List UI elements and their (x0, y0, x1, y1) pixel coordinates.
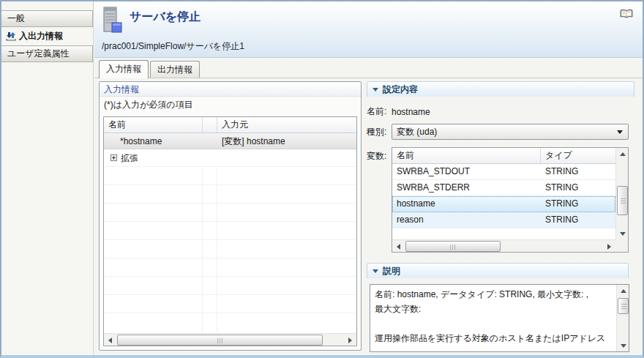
variables-label: 変数: (367, 147, 392, 163)
type-select[interactable]: 変数 (uda) (392, 124, 629, 140)
table-row-hostname[interactable]: *hostname [変数] hostname (104, 133, 356, 149)
var-row-swrba-stdout[interactable]: SWRBA_STDOUT STRING (392, 164, 615, 180)
empty-row (104, 295, 356, 313)
cell-name: 拡張 (121, 149, 138, 166)
desc-line: 名前: hostname, データタイプ: STRING, 最小文字数: , (375, 287, 614, 302)
variables-vscrollbar[interactable] (615, 148, 628, 239)
sidebar-item-label: ユーザ定義属性 (7, 48, 70, 59)
tab-label: 入力情報 (106, 64, 141, 74)
scroll-down-arrow-icon[interactable] (616, 228, 629, 239)
hscrollbar-thumb[interactable] (117, 335, 323, 346)
required-note: (*)は入力が必須の項目 (100, 97, 361, 113)
collapse-triangle-icon (372, 269, 378, 273)
empty-row (104, 240, 356, 258)
name-value: hostname (392, 107, 430, 117)
empty-row (104, 222, 356, 240)
var-row-swrba-stderr[interactable]: SWRBA_STDERR STRING (392, 180, 615, 196)
input-table-hscrollbar[interactable] (104, 333, 356, 346)
input-table-header: 名前 入力元 (104, 117, 356, 133)
tab-output-info[interactable]: 出力情報 (150, 61, 200, 78)
help-book-icon[interactable] (620, 9, 633, 19)
column-header-source[interactable]: 入力元 (217, 117, 356, 133)
settings-column: 設定内容 名前: hostname 種別: 変数 (uda) 変数: (367, 81, 634, 355)
column-header-spacer (203, 117, 217, 133)
page-title: サーバを停止 (130, 7, 201, 34)
main-area: サーバを停止 /prac001/SimpleFlow/サーバを停止1 入力情報 … (94, 1, 643, 355)
sidebar-item-label: 入出力情報 (19, 29, 63, 44)
var-column-type[interactable]: タイプ (541, 148, 615, 163)
server-icon (102, 7, 124, 34)
tab-label: 出力情報 (157, 64, 192, 75)
description-section-title: 説明 (383, 265, 400, 277)
description-box[interactable]: 名前: hostname, データタイプ: STRING, 最小文字数: , 最… (370, 284, 629, 352)
description-vscrollbar[interactable] (616, 285, 629, 351)
empty-row (104, 167, 356, 185)
scroll-left-arrow-icon[interactable] (392, 240, 405, 253)
sidebar: 一般 入出力情報 ユーザ定義属性 (1, 1, 94, 355)
sidebar-item-user-attrs[interactable]: ユーザ定義属性 (1, 45, 93, 62)
table-row-expand[interactable]: 拡張 (104, 149, 356, 167)
name-label: 名前: (367, 105, 392, 118)
tab-bar: 入力情報 出力情報 (94, 59, 643, 78)
var-column-name[interactable]: 名前 (392, 148, 541, 163)
var-row-reason[interactable]: reason STRING (392, 212, 615, 228)
desc-line (375, 316, 614, 331)
vscrollbar-thumb[interactable] (617, 186, 628, 215)
sidebar-item-general[interactable]: 一般 (1, 10, 93, 27)
scroll-left-arrow-icon[interactable] (104, 334, 116, 346)
properties-window: 一般 入出力情報 ユーザ定義属性 (0, 0, 644, 358)
scroll-up-arrow-icon[interactable] (616, 148, 629, 160)
empty-row (104, 258, 356, 277)
scrollbar-corner (615, 239, 628, 252)
settings-section-header[interactable]: 設定内容 (367, 81, 634, 97)
variables-table-header: 名前 タイプ (392, 148, 615, 164)
description-text: 名前: hostname, データタイプ: STRING, 最小文字数: , 最… (375, 287, 614, 350)
page-header: サーバを停止 /prac001/SimpleFlow/サーバを停止1 (94, 1, 643, 58)
empty-row (104, 277, 356, 295)
settings-section-title: 設定内容 (383, 83, 418, 96)
tab-input-info[interactable]: 入力情報 (99, 60, 149, 78)
variables-table: 名前 タイプ SWRBA_STDOUT STRING SWRBA_STDERR … (392, 147, 629, 253)
vscrollbar-thumb[interactable] (618, 298, 629, 314)
type-select-value: 変数 (uda) (397, 126, 437, 138)
scroll-down-arrow-icon[interactable] (617, 340, 629, 351)
desc-line: 最大文字数: (375, 302, 614, 316)
empty-row (104, 313, 356, 333)
type-label: 種別: (367, 126, 392, 138)
description-section-header[interactable]: 説明 (367, 263, 629, 278)
input-output-icon (6, 31, 16, 41)
scroll-right-arrow-icon[interactable] (344, 334, 356, 346)
input-table: 名前 入力元 *hostname [変数] hostname 拡張 (103, 116, 357, 346)
sidebar-item-io-info[interactable]: 入出力情報 (1, 28, 93, 45)
dropdown-arrow-icon (617, 130, 623, 134)
expand-plus-icon[interactable] (111, 154, 117, 161)
empty-row (104, 185, 356, 204)
collapse-triangle-icon (372, 88, 378, 92)
column-header-name[interactable]: 名前 (104, 117, 203, 133)
empty-row (104, 204, 356, 222)
breadcrumb-path: /prac001/SimpleFlow/サーバを停止1 (102, 40, 244, 53)
variables-hscrollbar[interactable] (392, 239, 615, 252)
desc-line: 運用操作部品を実行する対象のホスト名またはIPアドレス (375, 331, 614, 346)
scroll-right-arrow-icon[interactable] (603, 240, 615, 253)
hscrollbar-thumb[interactable] (405, 241, 501, 252)
scroll-up-arrow-icon[interactable] (617, 285, 629, 297)
input-panel-title: 入力情報 (100, 82, 361, 97)
cell-source: [変数] hostname (217, 133, 356, 149)
sidebar-item-label: 一般 (7, 13, 25, 23)
tab-content: 入力情報 (*)は入力が必須の項目 名前 入力元 *hostname [変数] … (94, 78, 643, 355)
var-row-hostname[interactable]: hostname STRING (392, 196, 615, 212)
input-info-panel: 入力情報 (*)は入力が必須の項目 名前 入力元 *hostname [変数] … (99, 81, 362, 351)
cell-name: *hostname (104, 133, 203, 149)
